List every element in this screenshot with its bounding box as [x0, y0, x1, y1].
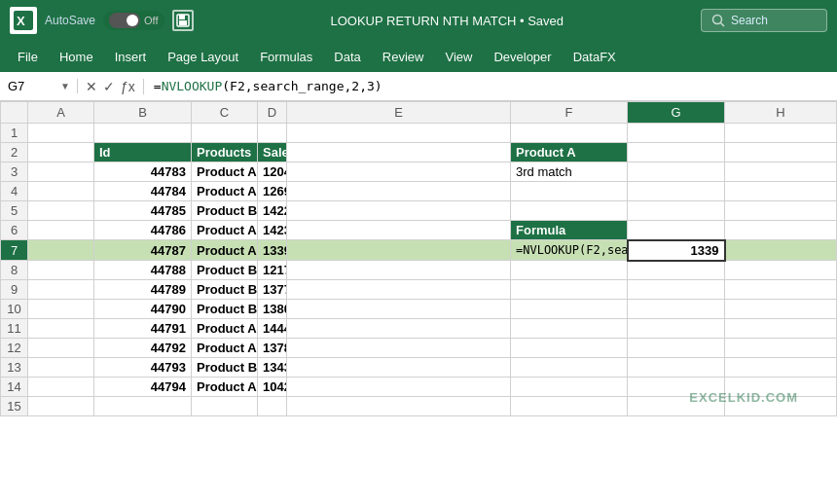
cell-reference-box[interactable]: ▼ — [0, 79, 78, 93]
row-header-8[interactable]: 8 — [1, 261, 28, 280]
cell-f6[interactable]: Formula — [511, 221, 628, 240]
cell-e3[interactable] — [287, 162, 511, 182]
cell-f8[interactable] — [511, 261, 628, 280]
cell-h9[interactable] — [725, 280, 837, 300]
cell-d2[interactable]: Sales — [258, 143, 287, 162]
cell-g8[interactable] — [628, 261, 725, 280]
save-icon[interactable] — [172, 10, 194, 31]
cell-a8[interactable] — [28, 261, 94, 280]
cell-b10[interactable]: 44790 — [94, 300, 192, 319]
cell-c4[interactable]: Product A — [192, 182, 258, 201]
menu-data[interactable]: Data — [324, 46, 370, 68]
cell-b6[interactable]: 44786 — [94, 221, 192, 240]
cell-h13[interactable] — [725, 358, 837, 378]
cell-h10[interactable] — [725, 300, 837, 319]
autosave-toggle[interactable]: Off — [103, 11, 164, 30]
cell-c9[interactable]: Product B — [192, 280, 258, 300]
cell-c14[interactable]: Product A — [192, 378, 258, 397]
row-header-3[interactable]: 3 — [1, 162, 28, 182]
cell-e4[interactable] — [287, 182, 511, 201]
cell-a5[interactable] — [28, 201, 94, 221]
col-header-c[interactable]: C — [192, 102, 258, 124]
row-header-10[interactable]: 10 — [1, 300, 28, 319]
cell-d15[interactable] — [258, 397, 287, 416]
cell-d10[interactable]: 1380 — [258, 300, 287, 319]
cell-e12[interactable] — [287, 339, 511, 358]
cell-d6[interactable]: 1423 — [258, 221, 287, 240]
cell-d13[interactable]: 1343 — [258, 358, 287, 378]
cell-a4[interactable] — [28, 182, 94, 201]
cell-b12[interactable]: 44792 — [94, 339, 192, 358]
cell-g2[interactable] — [628, 143, 725, 162]
cell-e5[interactable] — [287, 201, 511, 221]
cell-g1[interactable] — [628, 124, 725, 143]
cell-g13[interactable] — [628, 358, 725, 378]
cell-e13[interactable] — [287, 358, 511, 378]
cell-d9[interactable]: 1377 — [258, 280, 287, 300]
cell-b3[interactable]: 44783 — [94, 162, 192, 182]
cell-b13[interactable]: 44793 — [94, 358, 192, 378]
row-header-11[interactable]: 11 — [1, 319, 28, 339]
col-header-f[interactable]: F — [511, 102, 628, 124]
row-header-13[interactable]: 13 — [1, 358, 28, 378]
cell-h2[interactable] — [725, 143, 837, 162]
cell-a10[interactable] — [28, 300, 94, 319]
row-header-6[interactable]: 6 — [1, 221, 28, 240]
cell-f12[interactable] — [511, 339, 628, 358]
cell-g9[interactable] — [628, 280, 725, 300]
cell-c6[interactable]: Product A — [192, 221, 258, 240]
cell-g12[interactable] — [628, 339, 725, 358]
cell-e10[interactable] — [287, 300, 511, 319]
cell-c1[interactable] — [192, 124, 258, 143]
cell-b8[interactable]: 44788 — [94, 261, 192, 280]
cell-g3[interactable] — [628, 162, 725, 182]
menu-formulas[interactable]: Formulas — [250, 46, 322, 68]
cell-a13[interactable] — [28, 358, 94, 378]
row-header-14[interactable]: 14 — [1, 378, 28, 397]
cell-d8[interactable]: 1217 — [258, 261, 287, 280]
cell-f2[interactable]: Product A — [511, 143, 628, 162]
cell-a14[interactable] — [28, 378, 94, 397]
cell-a2[interactable] — [28, 143, 94, 162]
cell-d14[interactable]: 1042 — [258, 378, 287, 397]
cell-g4[interactable] — [628, 182, 725, 201]
cell-a12[interactable] — [28, 339, 94, 358]
cell-h6[interactable] — [725, 221, 837, 240]
row-header-9[interactable]: 9 — [1, 280, 28, 300]
cell-g6[interactable] — [628, 221, 725, 240]
cell-c8[interactable]: Product B — [192, 261, 258, 280]
cell-e7[interactable] — [287, 240, 511, 261]
cell-ref-dropdown[interactable]: ▼ — [60, 81, 70, 91]
cell-h3[interactable] — [725, 162, 837, 182]
cell-e11[interactable] — [287, 319, 511, 339]
menu-home[interactable]: Home — [50, 46, 103, 68]
insert-function-icon[interactable]: ƒx — [121, 79, 135, 94]
cell-d4[interactable]: 1269 — [258, 182, 287, 201]
row-header-4[interactable]: 4 — [1, 182, 28, 201]
cell-e1[interactable] — [287, 124, 511, 143]
cell-d1[interactable] — [258, 124, 287, 143]
cell-h1[interactable] — [725, 124, 837, 143]
cell-f11[interactable] — [511, 319, 628, 339]
row-header-2[interactable]: 2 — [1, 143, 28, 162]
cell-b4[interactable]: 44784 — [94, 182, 192, 201]
cell-c2[interactable]: Products — [192, 143, 258, 162]
cell-b7[interactable]: 44787 — [94, 240, 192, 261]
confirm-formula-icon[interactable]: ✓ — [103, 79, 115, 94]
cell-f14[interactable] — [511, 378, 628, 397]
cell-e6[interactable] — [287, 221, 511, 240]
cell-f15[interactable] — [511, 397, 628, 416]
cell-a9[interactable] — [28, 280, 94, 300]
cell-c3[interactable]: Product A — [192, 162, 258, 182]
menu-pagelayout[interactable]: Page Layout — [158, 46, 248, 68]
cell-f9[interactable] — [511, 280, 628, 300]
row-header-7[interactable]: 7 — [1, 240, 28, 261]
search-box[interactable]: Search — [701, 9, 827, 32]
cell-c12[interactable]: Product A — [192, 339, 258, 358]
cell-f4[interactable] — [511, 182, 628, 201]
menu-datafx[interactable]: DataFX — [564, 46, 626, 68]
cell-g10[interactable] — [628, 300, 725, 319]
cell-c15[interactable] — [192, 397, 258, 416]
cell-e14[interactable] — [287, 378, 511, 397]
cell-b15[interactable] — [94, 397, 192, 416]
